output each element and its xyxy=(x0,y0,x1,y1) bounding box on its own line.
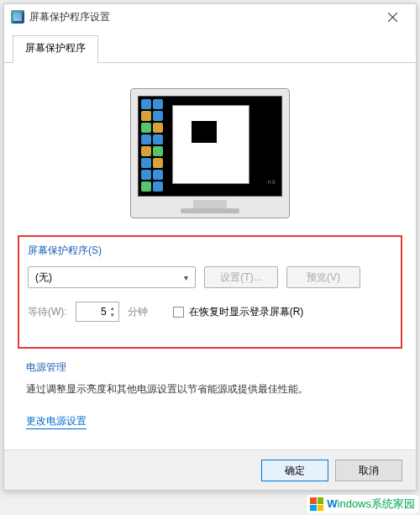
titlebar: 屏幕保护程序设置 xyxy=(4,4,416,29)
close-icon xyxy=(388,13,397,22)
windows-logo-icon xyxy=(310,497,323,511)
screensaver-row-1: (无) ▾ 设置(T)... 预览(V) xyxy=(28,266,392,288)
monitor-base xyxy=(181,208,239,213)
mini-window xyxy=(172,105,249,184)
screensaver-group-highlight: 屏幕保护程序(S) (无) ▾ 设置(T)... 预览(V) 等待(W): 5 … xyxy=(18,235,402,349)
wait-value: 5 xyxy=(101,306,107,318)
window-title: 屏幕保护程序设置 xyxy=(29,10,375,24)
arrow-up-icon[interactable]: ▲ xyxy=(108,306,117,311)
dropdown-value: (无) xyxy=(35,271,52,285)
spinner-arrows[interactable]: ▲ ▼ xyxy=(108,303,117,320)
power-description: 通过调整显示亮度和其他电源设置以节省能源或提供最佳性能。 xyxy=(26,381,394,397)
monitor-stand xyxy=(193,200,227,208)
minutes-label: 分钟 xyxy=(128,305,148,319)
screensaver-group-label: 屏幕保护程序(S) xyxy=(28,244,392,258)
dialog-footer: 确定 取消 xyxy=(4,449,416,490)
tabstrip: 屏幕保护程序 xyxy=(4,31,416,63)
resume-checkbox-wrap[interactable]: 在恢复时显示登录屏幕(R) xyxy=(173,305,304,319)
screensaver-row-2: 等待(W): 5 ▲ ▼ 分钟 在恢复时显示登录屏幕(R) xyxy=(28,302,392,322)
settings-dialog: 屏幕保护程序设置 屏幕保护程序 nk xyxy=(3,3,417,491)
desktop-icons xyxy=(141,99,165,193)
arrow-down-icon[interactable]: ▼ xyxy=(108,313,117,318)
wait-label: 等待(W): xyxy=(28,305,67,319)
wait-spinner[interactable]: 5 ▲ ▼ xyxy=(76,302,119,322)
change-power-link[interactable]: 更改电源设置 xyxy=(26,414,87,429)
preview-button[interactable]: 预览(V) xyxy=(286,266,360,288)
power-title: 电源管理 xyxy=(26,360,394,375)
monitor-badge: nk xyxy=(268,178,276,186)
watermark: Windows系统家园 xyxy=(307,495,418,513)
chevron-down-icon: ▾ xyxy=(184,273,188,282)
watermark-text: Windows系统家园 xyxy=(327,497,415,512)
power-section: 电源管理 通过调整显示亮度和其他电源设置以节省能源或提供最佳性能。 更改电源设置 xyxy=(18,354,402,436)
tab-screensaver[interactable]: 屏幕保护程序 xyxy=(13,35,98,63)
monitor-frame: nk xyxy=(130,88,290,218)
dialog-body: nk 屏幕保护程序(S) (无) ▾ 设置(T)... 预览(V) 等待(W):… xyxy=(4,63,416,436)
cancel-button[interactable]: 取消 xyxy=(335,460,402,481)
monitor-screen: nk xyxy=(138,96,282,197)
settings-button[interactable]: 设置(T)... xyxy=(204,266,278,288)
monitor-preview-container: nk xyxy=(18,73,402,230)
mini-window-inner xyxy=(192,121,217,143)
screensaver-dropdown[interactable]: (无) ▾ xyxy=(28,266,196,288)
resume-checkbox-label: 在恢复时显示登录屏幕(R) xyxy=(189,305,304,319)
resume-checkbox[interactable] xyxy=(173,307,184,318)
close-button[interactable] xyxy=(375,5,409,29)
screensaver-icon xyxy=(11,10,24,24)
ok-button[interactable]: 确定 xyxy=(261,460,328,481)
